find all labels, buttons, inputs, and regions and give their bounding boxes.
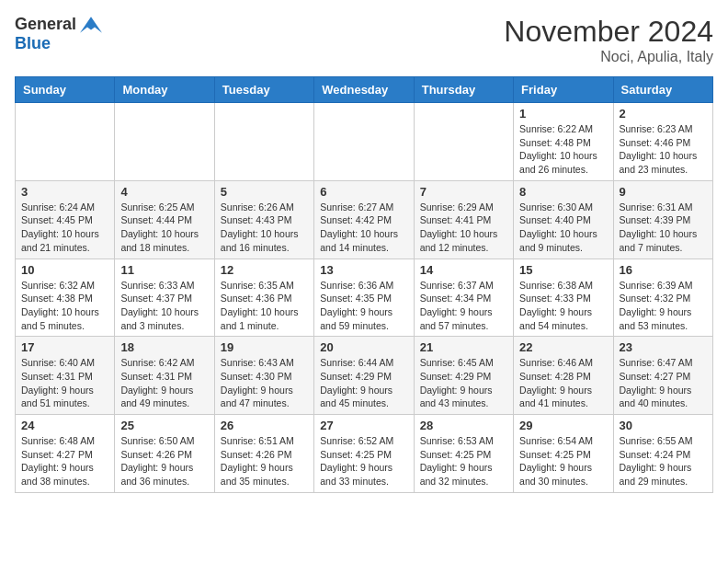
day-number: 13 — [320, 263, 407, 277]
day-number: 30 — [620, 419, 707, 432]
day-number: 24 — [21, 419, 108, 432]
day-number: 16 — [620, 263, 707, 277]
day-detail: Sunrise: 6:25 AM Sunset: 4:44 PM Dayligh… — [120, 201, 208, 255]
day-detail: Sunrise: 6:31 AM Sunset: 4:39 PM Dayligh… — [620, 201, 707, 255]
day-detail: Sunrise: 6:23 AM Sunset: 4:46 PM Dayligh… — [620, 122, 707, 177]
location-subtitle: Noci, Apulia, Italy — [504, 49, 713, 65]
day-detail: Sunrise: 6:26 AM Sunset: 4:43 PM Dayligh… — [221, 201, 308, 255]
calendar-day-cell: 29Sunrise: 6:54 AM Sunset: 4:25 PM Dayli… — [514, 415, 613, 493]
day-detail: Sunrise: 6:51 AM Sunset: 4:26 PM Dayligh… — [221, 434, 308, 488]
day-of-week-header: Tuesday — [214, 77, 313, 103]
calendar-day-cell: 5Sunrise: 6:26 AM Sunset: 4:43 PM Daylig… — [214, 180, 313, 259]
calendar-day-cell: 1Sunrise: 6:22 AM Sunset: 4:48 PM Daylig… — [514, 103, 613, 181]
calendar-day-cell: 13Sunrise: 6:36 AM Sunset: 4:35 PM Dayli… — [314, 259, 414, 337]
day-detail: Sunrise: 6:40 AM Sunset: 4:31 PM Dayligh… — [21, 356, 108, 410]
calendar-day-cell — [16, 103, 115, 181]
calendar-day-cell: 24Sunrise: 6:48 AM Sunset: 4:27 PM Dayli… — [16, 415, 115, 493]
day-number: 29 — [519, 419, 607, 432]
calendar-day-cell: 30Sunrise: 6:55 AM Sunset: 4:24 PM Dayli… — [613, 415, 712, 493]
calendar-day-cell: 28Sunrise: 6:53 AM Sunset: 4:25 PM Dayli… — [414, 415, 513, 493]
page-header: General Blue November 2024 Noci, Apulia,… — [15, 15, 713, 65]
day-number: 3 — [21, 185, 108, 199]
day-of-week-header: Wednesday — [314, 77, 414, 103]
calendar-week-row: 1Sunrise: 6:22 AM Sunset: 4:48 PM Daylig… — [16, 103, 713, 181]
calendar-day-cell — [115, 103, 214, 181]
day-number: 6 — [320, 185, 407, 199]
day-number: 15 — [519, 263, 607, 277]
logo-general-text: General — [15, 15, 76, 34]
calendar-day-cell — [214, 103, 313, 181]
calendar-day-cell: 8Sunrise: 6:30 AM Sunset: 4:40 PM Daylig… — [514, 180, 613, 259]
calendar-day-cell: 2Sunrise: 6:23 AM Sunset: 4:46 PM Daylig… — [613, 103, 712, 181]
logo: General Blue — [15, 15, 102, 53]
day-of-week-header: Saturday — [613, 77, 712, 103]
day-number: 26 — [221, 419, 308, 432]
day-number: 4 — [120, 185, 208, 199]
day-number: 10 — [21, 263, 108, 277]
day-detail: Sunrise: 6:29 AM Sunset: 4:41 PM Dayligh… — [420, 201, 507, 255]
calendar-table: SundayMondayTuesdayWednesdayThursdayFrid… — [15, 76, 713, 493]
day-detail: Sunrise: 6:55 AM Sunset: 4:24 PM Dayligh… — [620, 434, 707, 488]
day-detail: Sunrise: 6:48 AM Sunset: 4:27 PM Dayligh… — [21, 434, 108, 488]
day-detail: Sunrise: 6:33 AM Sunset: 4:37 PM Dayligh… — [120, 279, 208, 333]
calendar-day-cell: 11Sunrise: 6:33 AM Sunset: 4:37 PM Dayli… — [115, 259, 214, 337]
calendar-day-cell: 18Sunrise: 6:42 AM Sunset: 4:31 PM Dayli… — [115, 337, 214, 415]
day-number: 5 — [221, 185, 308, 199]
calendar-header-row: SundayMondayTuesdayWednesdayThursdayFrid… — [16, 77, 713, 103]
day-number: 23 — [620, 340, 707, 354]
day-detail: Sunrise: 6:54 AM Sunset: 4:25 PM Dayligh… — [519, 434, 607, 488]
day-detail: Sunrise: 6:24 AM Sunset: 4:45 PM Dayligh… — [21, 201, 108, 255]
day-number: 14 — [420, 263, 507, 277]
day-number: 11 — [120, 263, 208, 277]
calendar-day-cell: 10Sunrise: 6:32 AM Sunset: 4:38 PM Dayli… — [16, 259, 115, 337]
day-detail: Sunrise: 6:45 AM Sunset: 4:29 PM Dayligh… — [420, 356, 507, 410]
calendar-day-cell: 12Sunrise: 6:35 AM Sunset: 4:36 PM Dayli… — [214, 259, 313, 337]
day-detail: Sunrise: 6:53 AM Sunset: 4:25 PM Dayligh… — [420, 434, 507, 488]
day-of-week-header: Sunday — [16, 77, 115, 103]
day-number: 9 — [620, 185, 707, 199]
day-detail: Sunrise: 6:35 AM Sunset: 4:36 PM Dayligh… — [221, 279, 308, 333]
calendar-day-cell: 6Sunrise: 6:27 AM Sunset: 4:42 PM Daylig… — [314, 180, 414, 259]
day-detail: Sunrise: 6:27 AM Sunset: 4:42 PM Dayligh… — [320, 201, 407, 255]
day-detail: Sunrise: 6:37 AM Sunset: 4:34 PM Dayligh… — [420, 279, 507, 333]
calendar-day-cell: 17Sunrise: 6:40 AM Sunset: 4:31 PM Dayli… — [16, 337, 115, 415]
calendar-week-row: 24Sunrise: 6:48 AM Sunset: 4:27 PM Dayli… — [16, 415, 713, 493]
title-block: November 2024 Noci, Apulia, Italy — [504, 15, 713, 65]
day-number: 7 — [420, 185, 507, 199]
day-detail: Sunrise: 6:47 AM Sunset: 4:27 PM Dayligh… — [620, 356, 707, 410]
day-number: 21 — [420, 340, 507, 354]
day-of-week-header: Friday — [514, 77, 613, 103]
day-detail: Sunrise: 6:42 AM Sunset: 4:31 PM Dayligh… — [120, 356, 208, 410]
month-title: November 2024 — [504, 15, 713, 49]
calendar-day-cell: 14Sunrise: 6:37 AM Sunset: 4:34 PM Dayli… — [414, 259, 513, 337]
calendar-day-cell: 9Sunrise: 6:31 AM Sunset: 4:39 PM Daylig… — [613, 180, 712, 259]
day-number: 1 — [519, 107, 607, 121]
day-detail: Sunrise: 6:44 AM Sunset: 4:29 PM Dayligh… — [320, 356, 407, 410]
day-of-week-header: Monday — [115, 77, 214, 103]
calendar-day-cell: 25Sunrise: 6:50 AM Sunset: 4:26 PM Dayli… — [115, 415, 214, 493]
logo-bird-icon — [80, 16, 102, 34]
day-detail: Sunrise: 6:22 AM Sunset: 4:48 PM Dayligh… — [519, 122, 607, 177]
day-detail: Sunrise: 6:46 AM Sunset: 4:28 PM Dayligh… — [519, 356, 607, 410]
day-detail: Sunrise: 6:32 AM Sunset: 4:38 PM Dayligh… — [21, 279, 108, 333]
calendar-day-cell — [314, 103, 414, 181]
calendar-day-cell: 26Sunrise: 6:51 AM Sunset: 4:26 PM Dayli… — [214, 415, 313, 493]
calendar-day-cell: 22Sunrise: 6:46 AM Sunset: 4:28 PM Dayli… — [514, 337, 613, 415]
day-number: 28 — [420, 419, 507, 432]
calendar-day-cell: 19Sunrise: 6:43 AM Sunset: 4:30 PM Dayli… — [214, 337, 313, 415]
calendar-day-cell — [414, 103, 513, 181]
day-number: 8 — [519, 185, 607, 199]
day-of-week-header: Thursday — [414, 77, 513, 103]
calendar-week-row: 10Sunrise: 6:32 AM Sunset: 4:38 PM Dayli… — [16, 259, 713, 337]
day-detail: Sunrise: 6:50 AM Sunset: 4:26 PM Dayligh… — [120, 434, 208, 488]
logo-blue-text: Blue — [15, 34, 51, 53]
day-detail: Sunrise: 6:36 AM Sunset: 4:35 PM Dayligh… — [320, 279, 407, 333]
day-number: 25 — [120, 419, 208, 432]
day-number: 17 — [21, 340, 108, 354]
calendar-day-cell: 16Sunrise: 6:39 AM Sunset: 4:32 PM Dayli… — [613, 259, 712, 337]
calendar-day-cell: 23Sunrise: 6:47 AM Sunset: 4:27 PM Dayli… — [613, 337, 712, 415]
calendar-day-cell: 7Sunrise: 6:29 AM Sunset: 4:41 PM Daylig… — [414, 180, 513, 259]
calendar-day-cell: 27Sunrise: 6:52 AM Sunset: 4:25 PM Dayli… — [314, 415, 414, 493]
day-detail: Sunrise: 6:52 AM Sunset: 4:25 PM Dayligh… — [320, 434, 407, 488]
calendar-day-cell: 15Sunrise: 6:38 AM Sunset: 4:33 PM Dayli… — [514, 259, 613, 337]
